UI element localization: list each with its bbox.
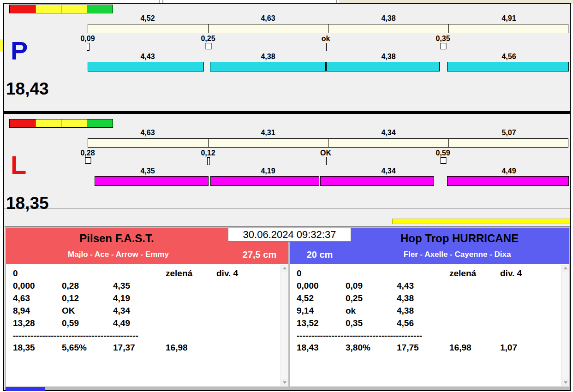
team-name: Hop Trop HURRICANE bbox=[350, 232, 569, 245]
scrollbar[interactable] bbox=[281, 265, 288, 386]
result-row: 8,94 OK 4,34 bbox=[13, 306, 276, 318]
change-marker bbox=[207, 157, 210, 165]
run-time-bar bbox=[210, 176, 319, 186]
split-time: 4,34 bbox=[361, 129, 416, 137]
result-cell: 4,43 bbox=[397, 281, 449, 293]
result-row: 13,28 0,59 4,49 bbox=[13, 318, 276, 331]
change-marker bbox=[441, 157, 447, 164]
background-window-line bbox=[162, 0, 163, 3]
result-cell: OK bbox=[62, 306, 113, 318]
lane-panel-p: P 4,52 4,63 4,38 4,91 0,09 0,25 ok 0,35 … bbox=[4, 4, 570, 111]
result-cell bbox=[113, 268, 166, 281]
team-name: Pilsen F.A.S.T. bbox=[6, 232, 227, 245]
split-time: 4,52 bbox=[120, 14, 175, 23]
change-marker bbox=[326, 157, 327, 165]
run-time: 4,49 bbox=[481, 167, 537, 175]
scale-tick bbox=[328, 138, 328, 147]
summary-cell: 1,07 bbox=[500, 343, 557, 355]
scroll-up-button[interactable] bbox=[281, 265, 288, 272]
change-time: 0,59 bbox=[424, 149, 461, 157]
change-marker bbox=[326, 43, 327, 51]
result-cell: 4,49 bbox=[113, 318, 166, 331]
start-lights bbox=[9, 5, 113, 13]
background-window-line bbox=[336, 0, 337, 3]
run-time-bar bbox=[88, 62, 204, 71]
scroll-down-button[interactable] bbox=[281, 379, 288, 386]
result-cell: 0,000 bbox=[13, 281, 62, 293]
result-cell: 4,35 bbox=[113, 281, 166, 293]
results-rows: 0 zelená div. 4 0,000 0,09 4,43 4,52 0,2… bbox=[290, 264, 569, 355]
summary-cell: 17,37 bbox=[113, 343, 166, 355]
light-segment bbox=[35, 119, 61, 128]
scroll-up-button[interactable] bbox=[562, 265, 569, 272]
result-row: 4,52 0,25 4,38 bbox=[297, 293, 557, 306]
run-time: 4,56 bbox=[481, 53, 537, 61]
result-cell: 0,000 bbox=[297, 281, 346, 293]
lane-divider bbox=[4, 111, 570, 114]
result-row: 0 zelená div. 4 bbox=[297, 268, 557, 281]
result-cell: 4,38 bbox=[397, 306, 449, 318]
change-time: 0,12 bbox=[190, 149, 227, 157]
result-cell: 4,63 bbox=[13, 293, 62, 306]
light-segment bbox=[87, 119, 113, 128]
result-cell: 9,14 bbox=[297, 306, 346, 318]
result-cell: 13,52 bbox=[297, 318, 346, 331]
bottom-blue-strip bbox=[6, 387, 45, 391]
lane-total-time: 18,35 bbox=[6, 194, 49, 213]
run-time-bar bbox=[320, 176, 434, 186]
split-time: 4,63 bbox=[240, 14, 296, 23]
result-cell: 8,94 bbox=[13, 306, 62, 318]
scrollbar[interactable] bbox=[561, 265, 569, 386]
result-cell: ok bbox=[346, 306, 397, 318]
run-time-bar bbox=[447, 176, 569, 186]
result-cell: 0 bbox=[297, 268, 346, 281]
lane-letter: L bbox=[11, 152, 26, 178]
result-cell: zelená bbox=[166, 268, 216, 281]
results-separator: ----------------------------------------… bbox=[297, 331, 557, 342]
team-subheader: Majlo - Ace - Arrow - Emmy 27,5 cm bbox=[6, 248, 288, 261]
scale-tick bbox=[208, 138, 209, 147]
team-subheader: 20 cm Fler - Axelle - Cayenne - Dixa bbox=[290, 248, 569, 261]
result-cell: 4,38 bbox=[397, 293, 449, 306]
result-row: 0 zelená div. 4 bbox=[13, 268, 276, 281]
scroll-up-icon bbox=[283, 267, 286, 269]
result-cell: 4,34 bbox=[113, 306, 166, 318]
split-time: 4,38 bbox=[361, 14, 416, 23]
result-cell: 4,19 bbox=[113, 293, 166, 306]
light-segment bbox=[61, 119, 87, 128]
change-time: 0,25 bbox=[190, 35, 227, 43]
split-time: 4,63 bbox=[120, 129, 175, 137]
lane-letter: P bbox=[11, 38, 28, 64]
scale-tick bbox=[448, 138, 449, 147]
run-time-bar bbox=[326, 62, 440, 71]
summary-row: 18,43 3,80% 17,75 16,98 1,07 bbox=[297, 343, 557, 355]
left-edge-artifact bbox=[0, 39, 3, 51]
split-scale-bar bbox=[88, 24, 568, 33]
scroll-up-icon bbox=[564, 267, 567, 269]
team-panel-left: Pilsen F.A.S.T. Majlo - Ace - Arrow - Em… bbox=[6, 228, 288, 386]
run-time: 4,43 bbox=[120, 53, 175, 61]
change-marker bbox=[206, 43, 212, 49]
summary-cell: 17,75 bbox=[397, 343, 449, 355]
datetime-display: 30.06.2024 09:32:37 bbox=[228, 228, 351, 242]
result-cell: div. 4 bbox=[500, 268, 557, 281]
run-time-bar bbox=[447, 62, 569, 71]
run-time: 4,34 bbox=[361, 167, 416, 175]
light-segment bbox=[87, 5, 113, 13]
change-marker bbox=[87, 43, 90, 51]
result-cell: 4,56 bbox=[397, 318, 449, 331]
run-time-bar bbox=[210, 62, 326, 71]
result-row: 0,000 0,09 4,43 bbox=[297, 281, 557, 293]
result-row: 13,52 0,35 4,56 bbox=[297, 318, 557, 331]
results-separator: ----------------------------------------… bbox=[13, 331, 276, 342]
scale-tick bbox=[328, 24, 328, 33]
scroll-down-button[interactable] bbox=[562, 379, 569, 386]
run-time: 4,19 bbox=[240, 167, 296, 175]
light-segment bbox=[9, 119, 36, 128]
change-time: 0,35 bbox=[424, 35, 461, 43]
result-cell: div. 4 bbox=[216, 268, 276, 281]
result-cell bbox=[62, 268, 113, 281]
summary-cell: 18,35 bbox=[13, 343, 62, 355]
summary-cell: 18,43 bbox=[297, 343, 346, 355]
results-section: Pilsen F.A.S.T. Majlo - Ace - Arrow - Em… bbox=[5, 226, 571, 391]
